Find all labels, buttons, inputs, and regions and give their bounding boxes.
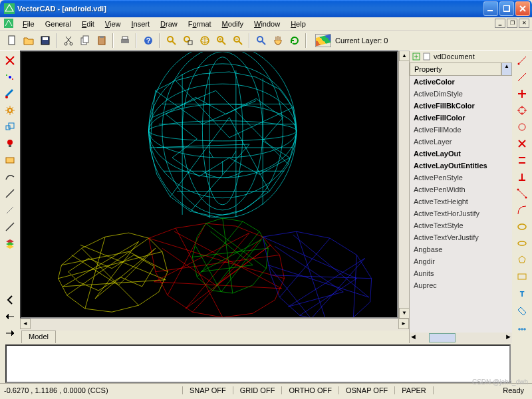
property-item[interactable]: Angbase	[410, 243, 512, 255]
para-icon[interactable]	[515, 153, 529, 168]
circle-icon[interactable]	[515, 120, 529, 134]
perp-icon[interactable]	[515, 170, 529, 184]
menu-edit[interactable]: Edit	[76, 19, 100, 29]
scroll-down-icon[interactable]: ▼	[399, 308, 410, 319]
property-item[interactable]: ActiveTextHeight	[410, 196, 512, 207]
zoom-prev-icon[interactable]	[253, 33, 269, 48]
line-icon[interactable]	[3, 186, 17, 201]
menu-window[interactable]: Window	[249, 19, 285, 29]
menu-general[interactable]: General	[40, 19, 76, 29]
polygon-icon[interactable]	[515, 253, 529, 267]
curve-icon[interactable]	[3, 170, 17, 184]
property-item[interactable]: Angdir	[410, 255, 512, 267]
zoom-icon[interactable]	[164, 33, 179, 48]
cross-icon[interactable]	[515, 86, 529, 101]
property-item[interactable]: Aunits	[410, 267, 512, 279]
property-item[interactable]: ActiveTextVerJustify	[410, 231, 512, 243]
menu-insert[interactable]: Insert	[126, 19, 156, 29]
zoom-in-icon[interactable]	[213, 33, 229, 48]
properties-list[interactable]: ActiveColorActiveDimStyleActiveFillBkCol…	[410, 76, 512, 332]
prop-scroll-up[interactable]: ▲	[501, 63, 512, 76]
status-ortho[interactable]: ORTHO OFF	[282, 386, 339, 394]
property-item[interactable]: ActiveTextHorJustify	[410, 207, 512, 219]
paste-icon[interactable]	[94, 33, 109, 48]
prop-horizontal-scroll[interactable]: ◄ ►	[410, 332, 512, 343]
text-icon[interactable]: T	[515, 286, 529, 301]
scale-icon[interactable]	[3, 120, 17, 134]
status-paper[interactable]: PAPER	[395, 386, 433, 394]
property-item[interactable]: ActivePenWidth	[410, 184, 512, 196]
tab-model[interactable]: Model	[21, 331, 56, 343]
property-item[interactable]: ActiveFillColor	[410, 112, 512, 124]
new-icon[interactable]	[4, 33, 19, 48]
property-item[interactable]: ActiveLayOut	[410, 148, 512, 160]
property-item[interactable]: ActivePenStyle	[410, 172, 512, 184]
properties-root[interactable]: vdDocument	[410, 51, 512, 63]
arc-icon[interactable]	[515, 203, 529, 217]
menu-modify[interactable]: Modify	[217, 19, 249, 29]
zoom-out-icon[interactable]	[230, 33, 245, 48]
point-icon[interactable]	[3, 70, 17, 84]
property-item[interactable]: ActiveLayOutEntities	[410, 160, 512, 172]
brush-icon[interactable]	[3, 86, 17, 101]
status-snap[interactable]: SNAP OFF	[183, 386, 233, 394]
cut-icon[interactable]	[61, 33, 76, 48]
tool-icon[interactable]	[515, 303, 529, 317]
drawing-canvas[interactable]	[20, 51, 398, 319]
slash-icon[interactable]	[3, 203, 17, 217]
zoom-window-icon[interactable]	[180, 33, 196, 48]
target-icon[interactable]	[515, 103, 529, 118]
line2-icon[interactable]	[3, 219, 17, 234]
property-item[interactable]: ActiveDimStyle	[410, 88, 512, 100]
refresh-icon[interactable]	[287, 33, 302, 48]
delete-icon[interactable]	[3, 53, 17, 68]
ellipse2-icon[interactable]	[515, 236, 529, 251]
scroll-up-icon[interactable]: ▲	[399, 51, 410, 61]
menu-help[interactable]: Help	[285, 19, 311, 29]
status-osnap[interactable]: OSNAP OFF	[339, 386, 395, 394]
menu-draw[interactable]: Draw	[155, 19, 183, 29]
maximize-button[interactable]	[499, 1, 514, 16]
command-input[interactable]	[5, 344, 511, 383]
marker2-icon[interactable]	[3, 326, 17, 340]
property-item[interactable]: ActiveLayer	[410, 136, 512, 148]
menu-format[interactable]: Format	[183, 19, 217, 29]
rect2-icon[interactable]	[515, 269, 529, 284]
menu-file[interactable]: File	[17, 19, 40, 29]
help-icon[interactable]: ?	[140, 33, 156, 48]
menu-view[interactable]: View	[100, 19, 126, 29]
pline-icon[interactable]	[515, 186, 529, 201]
property-item[interactable]: ActiveColor	[410, 76, 512, 88]
lamp-icon[interactable]	[3, 136, 17, 151]
gear-icon[interactable]	[3, 103, 17, 118]
pan-icon[interactable]	[270, 33, 285, 48]
prop-scroll-left[interactable]: ◄	[410, 332, 417, 343]
x-icon[interactable]	[515, 136, 529, 151]
mdi-close[interactable]: ✕	[519, 19, 529, 28]
copy-icon[interactable]	[77, 33, 92, 48]
vertical-scrollbar[interactable]: ▲ ▼	[398, 51, 409, 319]
open-icon[interactable]	[21, 33, 36, 48]
measure-icon[interactable]	[515, 319, 529, 334]
save-icon[interactable]	[37, 33, 53, 48]
print-icon[interactable]	[117, 33, 132, 48]
mdi-minimize[interactable]: ‗	[495, 19, 505, 28]
rect-icon[interactable]	[3, 153, 17, 168]
ray-icon[interactable]	[515, 70, 529, 84]
marker1-icon[interactable]	[3, 309, 17, 324]
layer-swatch-icon[interactable]	[315, 34, 331, 47]
property-item[interactable]: ActiveFillBkColor	[410, 100, 512, 112]
dim-line-icon[interactable]	[515, 53, 529, 68]
scroll-right-icon[interactable]: ►	[398, 319, 409, 329]
horizontal-scrollbar[interactable]: ◄ ►	[20, 319, 409, 331]
ellipse-icon[interactable]	[515, 219, 529, 234]
globe-icon[interactable]	[197, 33, 212, 48]
status-grid[interactable]: GRID OFF	[233, 386, 283, 394]
property-item[interactable]: Auprec	[410, 279, 512, 291]
property-header[interactable]: Property	[410, 63, 501, 76]
minimize-button[interactable]	[483, 1, 498, 16]
mdi-restore[interactable]: ❐	[507, 19, 517, 28]
prop-scroll-right[interactable]: ►	[505, 332, 512, 343]
close-button[interactable]	[515, 1, 530, 16]
property-item[interactable]: ActiveTextStyle	[410, 219, 512, 231]
